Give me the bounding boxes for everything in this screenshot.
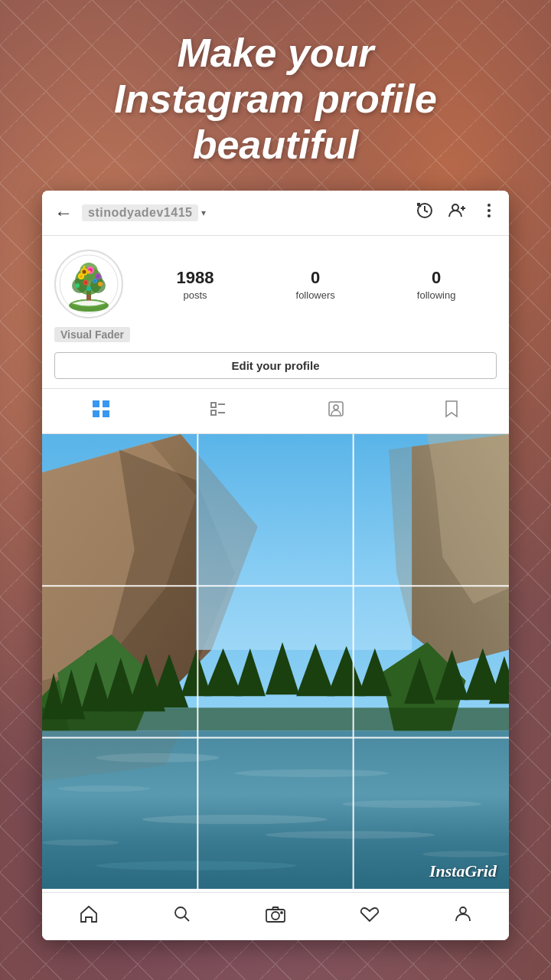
- username-area[interactable]: stinodyadev1415 ▾: [82, 204, 416, 221]
- svg-point-22: [84, 282, 87, 285]
- svg-point-16: [80, 275, 83, 278]
- svg-point-27: [86, 286, 91, 291]
- svg-rect-33: [103, 400, 109, 407]
- svg-rect-35: [103, 410, 109, 417]
- svg-point-5: [487, 209, 491, 212]
- followers-stat: 0 followers: [296, 268, 335, 301]
- tagged-tab[interactable]: [311, 397, 360, 426]
- svg-rect-36: [211, 403, 216, 407]
- avatar: [54, 250, 123, 318]
- bottom-navigation: [42, 892, 509, 940]
- svg-point-26: [98, 282, 103, 286]
- svg-point-20: [96, 275, 99, 278]
- posts-count: 1988: [177, 268, 214, 288]
- content-tabs: [42, 388, 509, 434]
- following-label: following: [417, 289, 456, 301]
- svg-rect-69: [42, 708, 509, 731]
- svg-point-30: [83, 266, 86, 270]
- svg-point-75: [142, 815, 328, 825]
- saved-tab[interactable]: [429, 397, 474, 426]
- profile-nav-button[interactable]: [442, 902, 484, 931]
- followers-count: 0: [311, 268, 320, 288]
- profile-username: Visual Fader: [42, 328, 509, 349]
- following-stat: 0 following: [417, 268, 456, 301]
- edit-profile-row: Edit your profile: [42, 349, 509, 388]
- photo-grid-container: InstaGrid: [42, 434, 509, 892]
- add-user-icon[interactable]: [448, 201, 468, 224]
- svg-point-1: [452, 204, 458, 211]
- username-text: stinodyadev1415: [82, 204, 198, 221]
- following-count: 0: [432, 268, 441, 288]
- svg-rect-38: [211, 410, 216, 415]
- instagram-topbar: ← stinodyadev1415 ▾: [42, 191, 509, 236]
- list-view-tab[interactable]: [194, 397, 243, 426]
- edit-profile-button[interactable]: Edit your profile: [54, 352, 497, 379]
- topbar-right-icons: [416, 201, 497, 224]
- home-nav-button[interactable]: [67, 902, 111, 931]
- more-options-icon[interactable]: [481, 202, 497, 224]
- svg-point-88: [272, 912, 279, 920]
- svg-rect-48: [196, 434, 412, 650]
- svg-point-25: [75, 283, 80, 288]
- search-nav-button[interactable]: [161, 902, 204, 931]
- header-line1: Make your: [177, 31, 373, 75]
- posts-stat: 1988 posts: [177, 268, 214, 301]
- svg-rect-34: [93, 410, 99, 417]
- grid-view-tab[interactable]: [77, 397, 126, 426]
- svg-point-90: [460, 907, 466, 913]
- svg-point-85: [175, 907, 186, 918]
- display-name: Visual Fader: [54, 327, 130, 342]
- svg-point-41: [334, 405, 338, 410]
- svg-point-77: [266, 831, 435, 839]
- heart-nav-button[interactable]: [347, 902, 392, 931]
- profile-stats: 1988 posts 0 followers 0 following: [135, 268, 497, 301]
- svg-point-4: [487, 204, 491, 207]
- svg-point-24: [94, 280, 96, 283]
- landscape-svg: [42, 434, 509, 889]
- svg-point-89: [281, 912, 282, 913]
- posts-label: posts: [183, 289, 207, 301]
- instagrid-watermark: InstaGrid: [429, 861, 497, 881]
- header-line2: Instagram profile beautiful: [114, 77, 437, 167]
- svg-line-86: [184, 916, 189, 921]
- history-icon[interactable]: [416, 201, 434, 224]
- svg-point-6: [487, 214, 491, 217]
- svg-point-79: [96, 861, 296, 871]
- svg-point-72: [235, 769, 389, 777]
- svg-point-73: [57, 786, 150, 792]
- svg-point-74: [343, 801, 481, 808]
- svg-point-76: [42, 840, 119, 846]
- dropdown-arrow-icon[interactable]: ▾: [201, 207, 206, 218]
- svg-point-13: [90, 278, 106, 293]
- svg-point-29: [83, 270, 86, 274]
- back-button[interactable]: ←: [54, 202, 73, 224]
- svg-rect-32: [93, 400, 99, 407]
- phone-mockup: ← stinodyadev1415 ▾: [42, 191, 509, 940]
- camera-nav-button[interactable]: [253, 902, 298, 931]
- hero-header: Make your Instagram profile beautiful: [0, 0, 551, 191]
- followers-label: followers: [296, 289, 335, 301]
- profile-section: 1988 posts 0 followers 0 following: [42, 236, 509, 328]
- svg-point-78: [422, 851, 509, 858]
